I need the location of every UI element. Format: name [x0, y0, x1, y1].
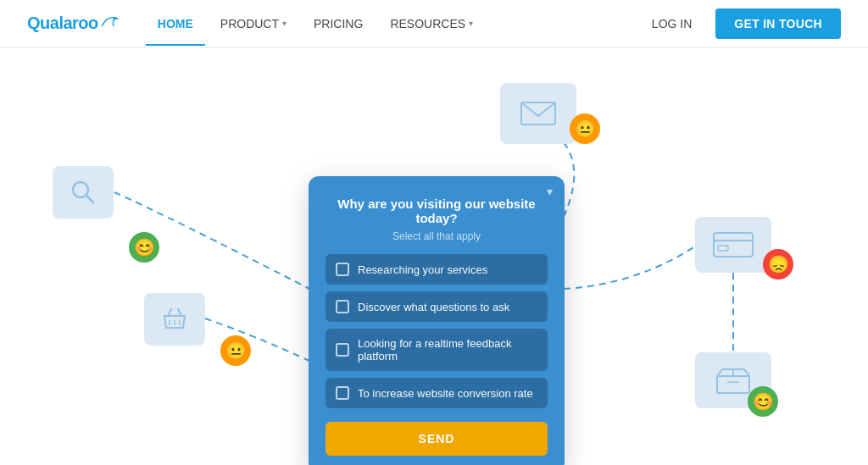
emoji-neutral-1: 😐: [220, 335, 251, 366]
checkbox-3[interactable]: [336, 343, 349, 357]
emoji-sad-1: 😞: [763, 249, 793, 280]
svg-rect-8: [718, 246, 728, 251]
survey-collapse-icon[interactable]: ▾: [547, 185, 553, 198]
logo-bird-icon: [100, 14, 119, 32]
magnifier-card: [53, 166, 114, 219]
navbar: Qualaroo HOME PRODUCT ▾ PRICING RESOURCE…: [0, 0, 868, 47]
checkbox-4[interactable]: [336, 386, 349, 400]
survey-option-3[interactable]: Looking for a realtime feedback platform: [326, 329, 548, 371]
logo-text: Qualaroo: [27, 14, 98, 33]
survey-option-2[interactable]: Discover what questions to ask: [326, 291, 548, 322]
main-canvas: 😊 😐 😐 😞 😊 ▾ Why are you visiting our web…: [0, 47, 868, 465]
survey-option-4[interactable]: To increase website conversion rate: [326, 378, 548, 408]
nav-links: HOME PRODUCT ▾ PRICING RESOURCES ▾: [146, 2, 642, 46]
send-button[interactable]: SEND: [326, 422, 548, 456]
survey-subtitle: Select all that apply: [326, 230, 548, 242]
option-label-3: Looking for a realtime feedback platform: [358, 337, 537, 363]
option-label-1: Researching your services: [358, 263, 487, 276]
survey-title: Why are you visiting our website today?: [326, 197, 548, 225]
survey-card: ▾ Why are you visiting our website today…: [309, 176, 565, 465]
svg-rect-6: [714, 233, 753, 257]
get-in-touch-button[interactable]: GET IN TOUCH: [715, 8, 841, 39]
nav-home[interactable]: HOME: [146, 2, 205, 46]
resources-chevron-icon: ▾: [469, 19, 473, 28]
nav-pricing[interactable]: PRICING: [302, 2, 375, 46]
login-button[interactable]: LOG IN: [642, 10, 702, 37]
emoji-happy-2: 😊: [748, 386, 778, 417]
survey-option-1[interactable]: Researching your services: [326, 254, 548, 285]
emoji-happy-1: 😊: [129, 232, 159, 263]
checkbox-2[interactable]: [336, 300, 349, 313]
svg-line-1: [86, 196, 93, 202]
nav-resources[interactable]: RESOURCES ▾: [378, 2, 485, 46]
nav-product[interactable]: PRODUCT ▾: [209, 2, 298, 46]
nav-actions: LOG IN GET IN TOUCH: [642, 8, 841, 39]
product-chevron-icon: ▾: [282, 19, 287, 28]
svg-rect-9: [717, 376, 749, 393]
option-label-4: To increase website conversion rate: [358, 387, 533, 400]
creditcard-card: [695, 217, 771, 273]
checkbox-1[interactable]: [336, 263, 349, 276]
logo[interactable]: Qualaroo: [27, 14, 119, 33]
envelope-card: [500, 83, 576, 144]
emoji-neutral-2: 😐: [570, 113, 600, 144]
basket-card: [144, 293, 205, 346]
option-label-2: Discover what questions to ask: [358, 301, 509, 313]
